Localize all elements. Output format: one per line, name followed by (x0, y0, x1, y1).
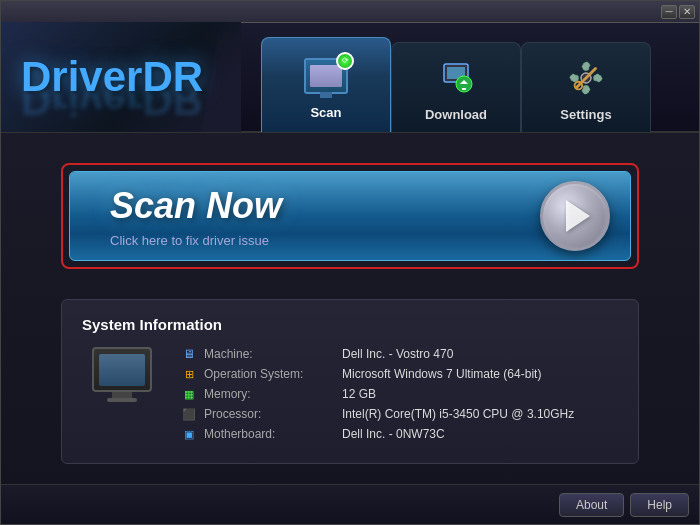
scan-now-button[interactable]: Scan Now Click here to fix driver issue (69, 171, 631, 261)
svg-rect-11 (593, 73, 602, 82)
main-window: ─ ✕ DriverDR DriverDR ⟳ Scan (0, 0, 700, 525)
scan-button-text: Scan Now Click here to fix driver issue (110, 185, 282, 248)
info-table: 🖥 Machine: Dell Inc. - Vostro 470 ⊞ Oper… (182, 347, 618, 447)
logo-area: DriverDR DriverDR (1, 22, 241, 132)
table-row: ⊞ Operation System: Microsoft Windows 7 … (182, 367, 618, 381)
titlebar: ─ ✕ (1, 1, 699, 23)
memory-label: Memory: (204, 387, 334, 401)
processor-label: Processor: (204, 407, 334, 421)
svg-rect-10 (581, 61, 590, 70)
scan-badge: ⟳ (336, 52, 354, 70)
help-button[interactable]: Help (630, 493, 689, 517)
monitor-screen (310, 65, 342, 87)
memory-value: 12 GB (342, 387, 376, 401)
machine-value: Dell Inc. - Vostro 470 (342, 347, 453, 361)
logo-text: DriverDR (21, 53, 203, 101)
table-row: ▣ Motherboard: Dell Inc. - 0NW73C (182, 427, 618, 441)
system-info-panel: System Information 🖥 Machine: Dell Inc. (61, 299, 639, 464)
tab-settings-label: Settings (560, 107, 611, 122)
table-row: ▦ Memory: 12 GB (182, 387, 618, 401)
minimize-button[interactable]: ─ (661, 5, 677, 19)
tab-settings[interactable]: Settings (521, 42, 651, 132)
download-tab-icon (431, 53, 481, 103)
gear-icon (567, 59, 605, 97)
scan-tab-icon: ⟳ (301, 51, 351, 101)
system-info-body: 🖥 Machine: Dell Inc. - Vostro 470 ⊞ Oper… (82, 347, 618, 447)
tab-download[interactable]: Download (391, 42, 521, 132)
header: DriverDR DriverDR ⟳ Scan (1, 23, 699, 133)
download-icon (436, 58, 476, 98)
motherboard-value: Dell Inc. - 0NW73C (342, 427, 445, 441)
tab-scan[interactable]: ⟳ Scan (261, 37, 391, 132)
scan-subtitle: Click here to fix driver issue (110, 233, 282, 248)
table-row: ⬛ Processor: Intel(R) Core(TM) i5-3450 C… (182, 407, 618, 421)
tab-scan-label: Scan (310, 105, 341, 120)
arrow-right-icon (566, 200, 590, 232)
pc-screen (99, 354, 145, 386)
close-button[interactable]: ✕ (679, 5, 695, 19)
footer: About Help (1, 484, 699, 524)
monitor-icon: 🖥 (182, 347, 196, 361)
main-content: Scan Now Click here to fix driver issue … (1, 133, 699, 494)
tab-download-label: Download (425, 107, 487, 122)
svg-rect-4 (462, 88, 466, 90)
processor-value: Intel(R) Core(TM) i5-3450 CPU @ 3.10GHz (342, 407, 574, 421)
svg-line-15 (577, 69, 596, 88)
machine-label: Machine: (204, 347, 334, 361)
pc-monitor (92, 347, 152, 392)
system-info-title: System Information (82, 316, 618, 333)
os-icon: ⊞ (182, 367, 196, 381)
memory-icon: ▦ (182, 387, 196, 401)
scan-arrow-button[interactable] (540, 181, 610, 251)
nav-tabs: ⟳ Scan (241, 22, 699, 132)
motherboard-icon: ▣ (182, 427, 196, 441)
processor-icon: ⬛ (182, 407, 196, 421)
os-value: Microsoft Windows 7 Ultimate (64-bit) (342, 367, 541, 381)
settings-tab-icon (561, 53, 611, 103)
os-label: Operation System: (204, 367, 334, 381)
motherboard-label: Motherboard: (204, 427, 334, 441)
pc-base (107, 398, 137, 402)
table-row: 🖥 Machine: Dell Inc. - Vostro 470 (182, 347, 618, 361)
scan-button-container: Scan Now Click here to fix driver issue (61, 163, 639, 269)
computer-icon (82, 347, 162, 417)
monitor-icon: ⟳ (304, 58, 348, 94)
scan-now-title: Scan Now (110, 185, 282, 227)
about-button[interactable]: About (559, 493, 624, 517)
